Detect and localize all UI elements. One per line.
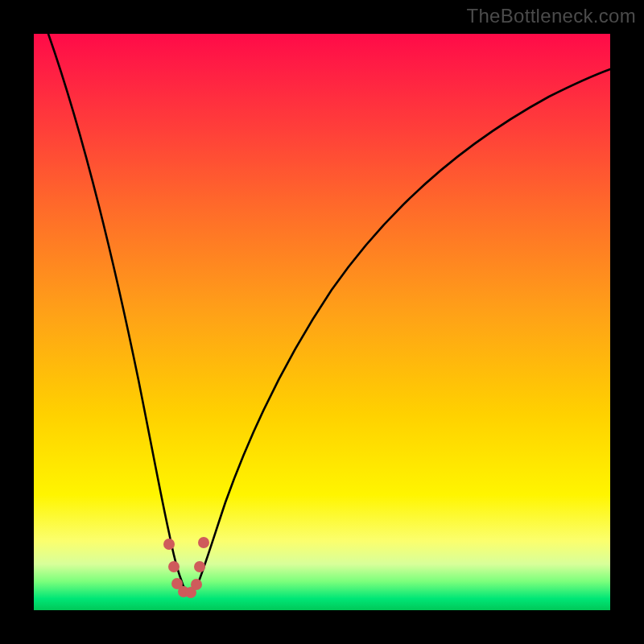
curve-svg xyxy=(34,34,610,610)
outer-frame: TheBottleneck.com xyxy=(0,0,644,644)
marker-dot xyxy=(194,561,205,572)
marker-dot xyxy=(168,561,180,572)
bottleneck-curve xyxy=(48,34,610,592)
watermark-text: TheBottleneck.com xyxy=(466,5,636,27)
marker-group xyxy=(163,537,209,598)
marker-dot xyxy=(191,579,202,590)
marker-dot xyxy=(163,539,175,550)
plot-area xyxy=(34,34,610,610)
marker-dot xyxy=(198,537,209,548)
